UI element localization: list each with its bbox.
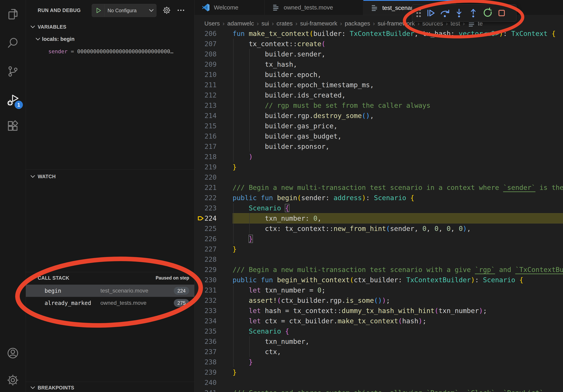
line-number[interactable]: 208 [194,49,217,59]
call-stack-frame[interactable]: begintest_scenario.move224 [26,285,194,297]
breadcrumb-item[interactable]: packages [345,20,370,27]
tab-welcome[interactable]: Welcome [194,0,265,15]
breadcrumb-item[interactable]: crates [277,20,293,27]
code-line[interactable]: builder.sender, [232,49,325,59]
continue-button[interactable] [423,6,438,20]
start-debugging-icon[interactable] [95,7,102,14]
step-out-button[interactable] [466,6,480,20]
breadcrumb-item[interactable]: adamwelc [227,20,254,27]
stop-button[interactable] [495,6,509,20]
line-number[interactable]: 207 [194,39,217,49]
code-line[interactable]: assert!(ctx_builder.rgp.is_some()); [232,295,390,306]
code-line[interactable]: /// Begin a new multi-transaction test s… [232,264,563,275]
step-into-button[interactable] [452,6,466,20]
line-number[interactable]: 206 [194,28,217,39]
gear-icon[interactable] [162,5,172,15]
code-line[interactable]: builder.epoch, [232,69,321,80]
tab-owned-tests-move[interactable]: owned_tests.move [265,0,363,15]
code-line[interactable]: } [232,234,253,244]
line-number[interactable]: 217 [194,141,217,152]
code-line[interactable]: let hash = tx_context::dummy_tx_hash_wit… [232,306,487,316]
more-actions-icon[interactable] [176,5,186,15]
line-number[interactable]: 235 [194,326,217,336]
code-line[interactable]: builder.ids_created, [232,90,345,100]
code-line[interactable]: let ctx = ctx_builder.make_tx_context(ha… [232,316,426,326]
code-line[interactable]: txn_number: 0, [232,213,321,223]
activity-item-settings[interactable] [0,367,26,392]
code-line[interactable]: Scenario { [232,203,289,213]
line-number[interactable]: 219 [194,162,217,172]
breakpoints-section-header[interactable]: BREAKPOINTS [26,382,194,392]
code-line[interactable]: } [232,162,237,172]
call-stack-frame[interactable]: already_markedowned_tests.move275 [26,297,194,309]
toolbar-drag-handle[interactable] [414,6,423,20]
code-line[interactable]: builder.gas_price, [232,121,337,131]
code-line[interactable]: } [232,357,253,367]
line-number[interactable]: 215 [194,121,217,131]
code-line[interactable]: fun make_tx_context(builder: TxContextBu… [232,28,556,39]
line-number[interactable]: 238 [194,357,217,367]
line-number[interactable]: 214 [194,111,217,121]
debug-config-dropdown[interactable]: No Configura [92,4,156,17]
activity-item-run-and-debug[interactable]: 1 [0,87,26,113]
code-line[interactable]: } [232,367,237,377]
code-line[interactable]: let txn_number = 0; [232,285,325,295]
line-number[interactable]: 227 [194,244,217,254]
line-number[interactable]: 226 [194,234,217,244]
line-number[interactable]: 239 [194,367,217,377]
code-line[interactable]: builder.rgp.destroy_some(), [232,111,374,121]
code-line[interactable]: Scenario { [232,326,289,336]
code-line[interactable]: tx_hash, [232,59,297,69]
line-number[interactable]: 225 [194,223,217,234]
code-line[interactable]: ) [232,152,253,162]
code-line[interactable]: /// Begin a new multi-transaction test s… [232,182,563,193]
step-over-button[interactable] [438,6,452,20]
code-line[interactable]: public fun begin_with_context(ctx_builde… [232,275,523,285]
code-line[interactable]: ctx, [232,347,281,357]
line-number[interactable]: 237 [194,347,217,357]
line-number[interactable]: 230 [194,275,217,285]
line-number[interactable]: 229 [194,264,217,275]
breadcrumb-item[interactable]: Users [204,20,220,27]
code-line[interactable]: txn_number, [232,336,309,347]
line-number[interactable]: 223 [194,203,217,213]
code-line[interactable]: ctx: tx_context::new_from_hint(sender, 0… [232,223,471,234]
line-number[interactable]: 218 [194,152,217,162]
activity-item-search[interactable] [0,30,26,56]
line-number[interactable]: 210 [194,69,217,80]
line-number[interactable]: 231 [194,285,217,295]
line-number[interactable]: 228 [194,254,217,264]
code-line[interactable]: // rgp must be set from the caller alway… [232,100,430,111]
restart-button[interactable] [480,6,495,20]
line-number[interactable]: 211 [194,80,217,90]
activity-item-source-control[interactable] [0,59,26,84]
code-line[interactable]: /// Creates and shares system objects, a… [232,388,543,392]
line-number[interactable]: 216 [194,131,217,141]
code-line[interactable]: tx_context::create( [232,39,325,49]
code-line[interactable]: builder.sponsor, [232,141,329,152]
variables-scope-row[interactable]: locals: begin [26,34,194,45]
line-number[interactable]: 234 [194,316,217,326]
breadcrumb-item[interactable]: sui [261,20,269,27]
code-line[interactable]: builder.epoch_timestamp_ms, [232,80,374,90]
line-number[interactable]: 240 [194,377,217,388]
line-number[interactable]: 212 [194,90,217,100]
code-line[interactable]: public fun begin(sender: address): Scena… [232,193,414,203]
line-number[interactable]: 221 [194,182,217,193]
line-number[interactable]: 209 [194,59,217,69]
line-number[interactable]: 232 [194,295,217,306]
code-line[interactable]: } [232,244,237,254]
breadcrumb-item[interactable]: sui-framework [300,20,337,27]
code-line[interactable]: builder.gas_budget, [232,131,342,141]
line-number[interactable]: 241 [194,388,217,392]
activity-item-explorer[interactable] [0,1,26,27]
call-stack-section-header[interactable]: CALL STACK Paused on step [26,273,194,283]
variable-row[interactable]: sender = 00000000000000000000000000000… [26,46,194,57]
activity-item-extensions[interactable] [0,114,26,139]
line-number[interactable]: 222 [194,193,217,203]
line-number[interactable]: 213 [194,100,217,111]
variables-section-header[interactable]: VARIABLES [26,22,194,32]
activity-item-account[interactable] [0,340,26,366]
line-number[interactable]: 236 [194,336,217,347]
watch-section-header[interactable]: WATCH [26,171,194,182]
